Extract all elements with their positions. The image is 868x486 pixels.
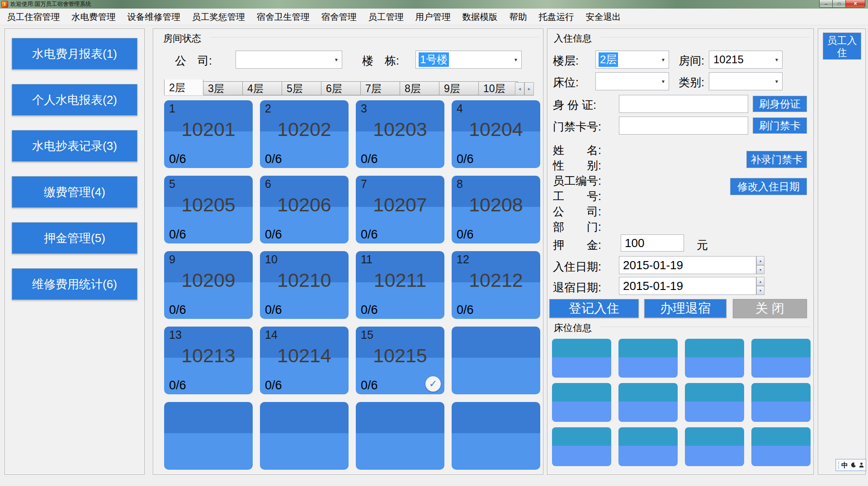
bed-tile[interactable] [618, 427, 678, 466]
menu-item[interactable]: 员工奖惩管理 [186, 9, 251, 25]
menu-item[interactable]: 宿舍管理 [316, 9, 363, 25]
room-tile[interactable]: 8 10208 0/6 [452, 176, 540, 243]
floor-tab[interactable]: 8层 [400, 81, 439, 95]
floor-tab[interactable]: 6层 [321, 81, 361, 95]
room-status-panel: 房间状态 公 司: ▼ 楼 栋: 1号楼 ▼ 2层3层4层5层6层7层8层9层1… [153, 28, 543, 475]
access-card-input[interactable] [619, 117, 748, 135]
floor-tab[interactable]: 10层 [479, 81, 518, 95]
room-tile[interactable]: 4 10204 0/6 [452, 100, 540, 168]
room-tile[interactable]: 11 10211 0/6 [356, 251, 444, 319]
sidebar-button[interactable]: 维修费用统计(6) [12, 268, 137, 300]
tab-scroll-left-icon[interactable]: ◄ [515, 82, 524, 95]
sidebar-button[interactable]: 水电费月报表(1) [12, 38, 137, 70]
maximize-button[interactable]: □ [832, 0, 846, 8]
title-bar: 1 欢迎使用:国万员工宿舍管理系统 [0, 0, 868, 9]
scan-id-button[interactable]: 刷身份证 [753, 96, 807, 112]
floor-tab[interactable]: 2层 [164, 79, 203, 95]
sidebar-button[interactable]: 缴费管理(4) [12, 176, 137, 208]
room-tile-empty[interactable] [452, 327, 540, 394]
floor-tab[interactable]: 3层 [203, 81, 243, 95]
room-tile[interactable]: 5 10205 0/6 [164, 176, 253, 243]
id-card-input[interactable] [619, 95, 748, 113]
bed-tile[interactable] [552, 339, 611, 378]
sidebar-button[interactable]: 押金管理(5) [12, 222, 137, 254]
building-combo[interactable]: 1号楼 ▼ [415, 51, 522, 69]
user-icon[interactable] [859, 462, 864, 468]
menu-item[interactable]: 托盘运行 [533, 9, 580, 25]
category-combo[interactable]: ▼ [709, 72, 783, 90]
checkin-button[interactable]: 登记入住 [549, 299, 639, 318]
sidebar-button[interactable]: 水电抄表记录(3) [12, 130, 137, 162]
room-tile[interactable]: 13 10213 0/6 [164, 327, 253, 394]
company-label: 公 司: [175, 53, 212, 68]
bed-tile[interactable] [751, 427, 811, 466]
floor-tab[interactable]: 7层 [361, 81, 400, 95]
room-tile[interactable]: 7 10207 0/6 [356, 176, 444, 243]
room-tile[interactable]: 12 10212 0/6 [452, 251, 540, 319]
menu-item[interactable]: 设备维修管理 [122, 9, 186, 25]
room-combo[interactable]: 10215 ▼ [709, 51, 783, 69]
employee-no-label: 员工编号: [553, 173, 601, 188]
menu-item[interactable]: 用户管理 [410, 9, 457, 25]
menu-item[interactable]: 宿舍卫生管理 [251, 9, 316, 25]
room-tile[interactable]: 14 10214 0/6 [260, 327, 349, 394]
floor-tab[interactable]: 9层 [439, 81, 479, 95]
bed-combo[interactable]: ▼ [595, 72, 669, 90]
modify-checkin-date-button[interactable]: 修改入住日期 [730, 178, 807, 195]
minimize-button[interactable]: – [819, 0, 833, 8]
bed-tile[interactable] [618, 383, 678, 422]
room-occupancy: 0/6 [361, 303, 378, 317]
grip-icon[interactable] [838, 462, 839, 469]
bed-tile[interactable] [751, 383, 811, 422]
menu-item[interactable]: 帮助 [504, 9, 533, 25]
room-index: 7 [361, 178, 367, 191]
menu-item[interactable]: 数据模版 [457, 9, 504, 25]
category-label: 类别: [679, 75, 704, 90]
room-tile-empty[interactable] [356, 402, 444, 470]
room-tile[interactable]: 9 10209 0/6 [164, 251, 253, 319]
menu-item[interactable]: 水电费管理 [66, 9, 122, 25]
room-tile-empty[interactable] [452, 402, 540, 470]
bed-tile[interactable] [618, 339, 678, 378]
room-tile[interactable]: 2 10202 0/6 [260, 100, 349, 168]
room-tile-empty[interactable] [164, 402, 253, 470]
window-title: 欢迎使用:国万员工宿舍管理系统 [10, 0, 91, 8]
room-tile[interactable]: 3 10203 0/6 [356, 100, 444, 168]
deposit-input[interactable]: 100 [621, 234, 684, 252]
floor-tab[interactable]: 5层 [282, 81, 321, 95]
menu-item[interactable]: 员工管理 [363, 9, 410, 25]
bed-tile[interactable] [552, 427, 611, 466]
menu-item[interactable]: 员工住宿管理 [1, 9, 66, 25]
bed-tile[interactable] [685, 383, 744, 422]
ime-language-indicator[interactable]: 中 [841, 459, 848, 471]
moon-icon[interactable] [850, 462, 856, 468]
spin-down-icon[interactable]: ▼ [756, 265, 764, 274]
close-button[interactable]: 关 闭 [733, 299, 807, 318]
makeup-card-button[interactable]: 补录门禁卡 [746, 151, 807, 168]
spin-up-icon[interactable]: ▲ [756, 256, 764, 265]
bed-tile[interactable] [751, 339, 811, 378]
floor-tab[interactable]: 4层 [243, 81, 282, 95]
room-tile[interactable]: 15 10215 0/6 ✓ [356, 327, 444, 394]
bed-tile[interactable] [552, 383, 611, 422]
checkin-date-input[interactable]: 2015-01-19 [619, 256, 756, 274]
bed-tile[interactable] [685, 427, 744, 466]
checkout-date-input[interactable]: 2015-01-19 [619, 277, 756, 295]
bed-tile[interactable] [685, 339, 744, 378]
room-tile[interactable]: 1 10201 0/6 [164, 100, 253, 168]
spin-down-icon[interactable]: ▼ [756, 286, 764, 295]
spin-up-icon[interactable]: ▲ [756, 277, 764, 286]
sidebar-button[interactable]: 个人水电报表(2) [12, 84, 137, 116]
tab-scroll-right-icon[interactable]: ► [524, 82, 534, 95]
room-tile[interactable]: 10 10210 0/6 [260, 251, 349, 319]
close-button[interactable]: × [845, 0, 865, 8]
floor-combo[interactable]: 2层 ▼ [595, 51, 669, 69]
room-index: 5 [169, 178, 175, 191]
company-combo[interactable]: ▼ [236, 51, 342, 69]
room-tile-empty[interactable] [260, 402, 349, 470]
room-tile[interactable]: 6 10206 0/6 [260, 176, 349, 243]
staff-checkin-button[interactable]: 员工入住 [823, 33, 861, 60]
menu-item[interactable]: 安全退出 [580, 9, 627, 25]
scan-card-button[interactable]: 刷门禁卡 [753, 117, 807, 134]
checkout-button[interactable]: 办理退宿 [644, 299, 726, 318]
